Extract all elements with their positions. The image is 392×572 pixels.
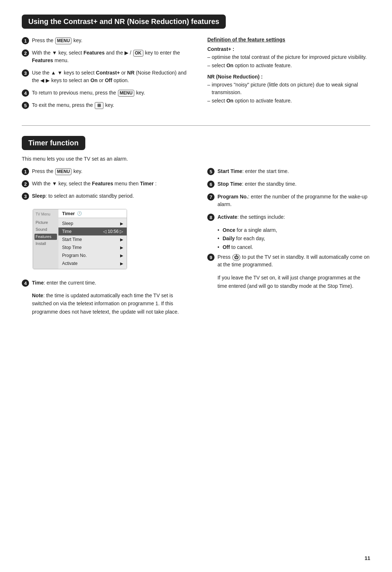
timer-step-text-5: Start Time: enter the start time. bbox=[217, 168, 289, 175]
timer-step-num-2: 2 bbox=[22, 180, 29, 188]
timer-step-num-1: 1 bbox=[22, 168, 29, 175]
menu-row-sleep: Sleep ▶ bbox=[58, 219, 127, 227]
step-num-1: 1 bbox=[22, 37, 29, 44]
step-1: 1 Press the MENU key. bbox=[22, 37, 193, 44]
timer-step-num-6: 6 bbox=[207, 181, 215, 188]
contrast-item-1: optimise the total contrast of the pictu… bbox=[207, 53, 370, 61]
nr-label: NR (Noise Reduction) : bbox=[207, 74, 370, 80]
timer-step-2: 2 With the ▼ key, select the Features me… bbox=[22, 180, 193, 188]
activate-label: Activate bbox=[62, 260, 78, 267]
section-timer: Timer function This menu lets you use th… bbox=[22, 136, 370, 316]
ok-key-badge: OK bbox=[133, 50, 143, 57]
contrast-item-2: select On option to activate feature. bbox=[207, 62, 370, 69]
step-num-5: 5 bbox=[22, 102, 29, 109]
step-num-2: 2 bbox=[22, 49, 29, 57]
contrast-list: optimise the total contrast of the pictu… bbox=[207, 53, 370, 69]
tv-menu-header: Timer 🕐 bbox=[58, 209, 127, 218]
tv-menu-diagram: TV Menu Picture Sound Features Install T… bbox=[33, 209, 127, 269]
step-2: 2 With the ▼ key, select Features and th… bbox=[22, 49, 193, 64]
activate-once: Once for a single alarm, bbox=[217, 226, 370, 234]
section1-title: Using the Contrast+ and NR (Noise Reduct… bbox=[22, 15, 226, 29]
step-5: 5 To exit the menu, press the ⊞ key. bbox=[22, 101, 193, 109]
timer-step-num-8: 8 bbox=[207, 214, 215, 221]
programno-label: Program No. bbox=[62, 252, 87, 259]
timer-step-4: 4 Time: enter the current time. bbox=[22, 279, 193, 287]
activate-arrow: ▶ bbox=[120, 261, 123, 267]
standby-note: If you leave the TV set on, it will just… bbox=[217, 274, 370, 290]
timer-step-text-8: Activate: the settings include: bbox=[217, 213, 285, 221]
section1-right-col: Definition of the feature settings Contr… bbox=[207, 37, 370, 114]
tv-menu-sidebar: TV Menu Picture Sound Features Install bbox=[33, 209, 58, 269]
tv-menu-main: Timer 🕐 Sleep ▶ Time ◁ 10:56 ▷ bbox=[58, 209, 127, 269]
tv-menu-rows: Sleep ▶ Time ◁ 10:56 ▷ Start Time ▶ bbox=[58, 218, 127, 269]
menu-key-badge2: MENU bbox=[118, 90, 134, 97]
step-text-4: To return to previous menu, press the ME… bbox=[32, 89, 145, 97]
timer-step-text-6: Stop Time: enter the standby time. bbox=[217, 180, 297, 188]
timer-step-6: 6 Stop Time: enter the standby time. bbox=[207, 180, 370, 188]
activate-off: Off to cancel. bbox=[217, 243, 370, 251]
timer-left-col: 1 Press the MENU key. 2 With the ▼ key, … bbox=[22, 168, 193, 316]
step-num-4: 4 bbox=[22, 89, 29, 97]
nr-item-2: select On option to activate feature. bbox=[207, 97, 370, 105]
nr-item-1: improves "noisy" picture (little dots on… bbox=[207, 81, 370, 96]
sleep-arrow: ▶ bbox=[120, 221, 123, 227]
timer-step-text-9: Press ⏻ to put the TV set in standby. It… bbox=[217, 253, 370, 269]
starttime-arrow: ▶ bbox=[120, 237, 123, 243]
timer-step-text-1: Press the MENU key. bbox=[32, 168, 82, 175]
time-value: ◁ 10:56 ▷ bbox=[103, 228, 123, 235]
sidebar-install: Install bbox=[34, 241, 57, 247]
timer-step-1: 1 Press the MENU key. bbox=[22, 168, 193, 175]
starttime-label: Start Time bbox=[62, 236, 82, 243]
timer-step-5: 5 Start Time: enter the start time. bbox=[207, 168, 370, 175]
stoptime-label: Stop Time bbox=[62, 244, 82, 251]
section-divider bbox=[22, 125, 370, 126]
sleep-label: Sleep bbox=[62, 220, 73, 227]
menu-row-starttime: Start Time ▶ bbox=[58, 235, 127, 243]
def-title: Definition of the feature settings bbox=[207, 37, 370, 43]
page-number: 11 bbox=[364, 555, 370, 561]
t-menu-key-badge: MENU bbox=[55, 168, 72, 175]
menu-row-time: Time ◁ 10:56 ▷ bbox=[58, 227, 127, 235]
timer-step-num-7: 7 bbox=[207, 193, 215, 201]
timer-step-8: 8 Activate: the settings include: bbox=[207, 213, 370, 221]
timer-step-7: 7 Program No.: enter the number of the p… bbox=[207, 193, 370, 208]
sidebar-sound: Sound bbox=[34, 226, 57, 233]
timer-step-9: 9 Press ⏻ to put the TV set in standby. … bbox=[207, 253, 370, 269]
time-note: Note: the time is updated automatically … bbox=[32, 291, 193, 316]
clock-icon: 🕐 bbox=[77, 211, 82, 216]
step-4: 4 To return to previous menu, press the … bbox=[22, 89, 193, 97]
step-num-3: 3 bbox=[22, 69, 29, 77]
sidebar-picture: Picture bbox=[34, 219, 57, 226]
timer-step-text-7: Program No.: enter the number of the pro… bbox=[217, 193, 370, 208]
menu-row-activate: Activate ▶ bbox=[58, 259, 127, 267]
exit-key-badge: ⊞ bbox=[95, 102, 103, 109]
timer-step-num-4: 4 bbox=[22, 279, 29, 287]
step-text-2: With the ▼ key, select Features and the … bbox=[32, 49, 193, 64]
step-text-5: To exit the menu, press the ⊞ key. bbox=[32, 101, 114, 109]
timer-step-num-3: 3 bbox=[22, 193, 29, 200]
timer-step-3: 3 Sleep: to select an automatic standby … bbox=[22, 192, 193, 200]
step-text-1: Press the MENU key. bbox=[32, 37, 82, 44]
timer-step-num-5: 5 bbox=[207, 168, 215, 175]
menu-row-stoptime: Stop Time ▶ bbox=[58, 243, 127, 251]
section1-left-col: 1 Press the MENU key. 2 With the ▼ key, … bbox=[22, 37, 193, 114]
programno-arrow: ▶ bbox=[120, 253, 123, 259]
standby-key-badge: ⏻ bbox=[232, 254, 240, 261]
contrast-label: Contrast+ : bbox=[207, 46, 370, 52]
timer-step-text-4: Time: enter the current time. bbox=[32, 279, 96, 287]
activate-list: Once for a single alarm, Daily for each … bbox=[217, 226, 370, 251]
timer-step-num-9: 9 bbox=[207, 254, 215, 261]
step-text-3: Use the ▲ ▼ keys to select Contrast+ or … bbox=[32, 69, 193, 84]
timer-right-col: 5 Start Time: enter the start time. 6 St… bbox=[207, 168, 370, 316]
menu-key-badge: MENU bbox=[55, 37, 72, 44]
activate-daily: Daily for each day, bbox=[217, 234, 370, 242]
tv-menu-sidebar-title: TV Menu bbox=[34, 212, 57, 217]
nr-list: improves "noisy" picture (little dots on… bbox=[207, 81, 370, 105]
timer-step-text-3: Sleep: to select an automatic standby pe… bbox=[32, 192, 134, 200]
timer-menu-title: Timer bbox=[62, 211, 75, 216]
section2-title: Timer function bbox=[22, 136, 85, 150]
timer-intro: This menu lets you use the TV set as an … bbox=[22, 155, 370, 163]
timer-step-text-2: With the ▼ key, select the Features menu… bbox=[32, 180, 156, 188]
section-contrast-nr: Using the Contrast+ and NR (Noise Reduct… bbox=[22, 15, 370, 114]
stoptime-arrow: ▶ bbox=[120, 245, 123, 251]
